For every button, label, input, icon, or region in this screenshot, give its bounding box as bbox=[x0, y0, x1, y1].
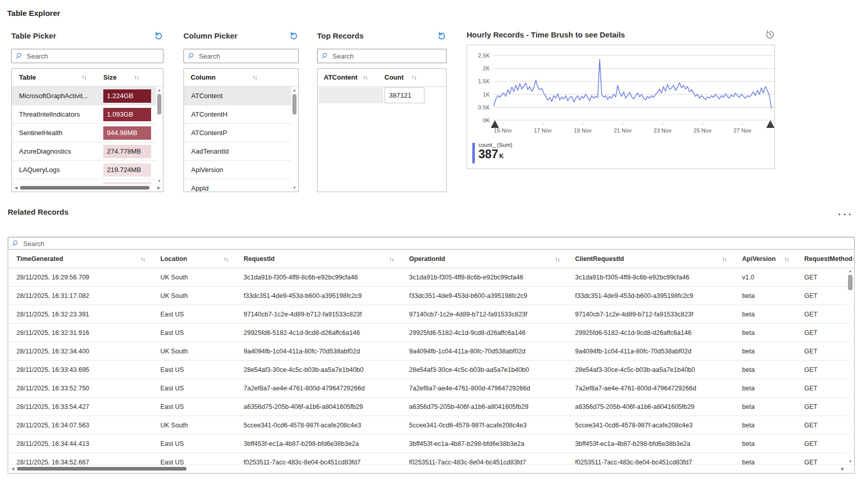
location-cell: East US bbox=[152, 305, 235, 323]
column-header-label: ClientRequestId bbox=[575, 255, 624, 262]
scrollbar-thumb[interactable] bbox=[20, 186, 150, 190]
top-records-search[interactable] bbox=[317, 49, 447, 63]
sort-icon[interactable]: ↑↓ bbox=[722, 256, 727, 262]
sort-icon[interactable]: ↑↓ bbox=[389, 256, 394, 262]
list-item[interactable]: ATContent bbox=[184, 87, 291, 105]
sort-icon[interactable]: ↑↓ bbox=[140, 256, 145, 262]
column-header-requestmethod[interactable]: RequestMethod↑↓ bbox=[796, 250, 854, 268]
column-header-timegenerated[interactable]: TimeGenerated↑↓ bbox=[8, 250, 152, 268]
list-item[interactable]: AppId bbox=[184, 179, 291, 192]
vertical-scrollbar[interactable]: ▲ ▼ bbox=[291, 87, 298, 191]
reset-filter-icon[interactable] bbox=[436, 30, 447, 41]
table-row[interactable]: AzureDiagnostics274.778MB bbox=[12, 142, 156, 161]
scroll-left-icon[interactable]: ◀ bbox=[10, 466, 16, 472]
column-header-clientrequestid[interactable]: ClientRequestId↑↓ bbox=[567, 250, 734, 268]
api-version-cell: beta bbox=[734, 435, 796, 453]
table-row[interactable]: 28/11/2025, 16:34:44.413East US3bff453f-… bbox=[8, 435, 854, 453]
sort-icon[interactable]: ↑↓ bbox=[363, 74, 367, 80]
request-id-cell: 97140cb7-1c2e-4d89-b712-fa91533c823f bbox=[235, 305, 401, 323]
scrollbar-thumb[interactable] bbox=[17, 467, 187, 471]
list-item[interactable]: ApiVersion bbox=[184, 161, 291, 179]
scroll-right-icon[interactable]: ▶ bbox=[840, 466, 846, 472]
search-input[interactable] bbox=[22, 239, 851, 248]
list-item[interactable]: ATContentP bbox=[184, 124, 291, 142]
reset-filter-icon[interactable] bbox=[288, 30, 299, 41]
vertical-scrollbar[interactable]: ▲ ▼ bbox=[156, 87, 162, 184]
reset-filter-icon[interactable] bbox=[153, 30, 163, 41]
location-cell: UK South bbox=[152, 416, 235, 434]
sort-icon[interactable]: ↑↓ bbox=[412, 74, 416, 80]
table-picker-search[interactable] bbox=[11, 49, 163, 63]
sort-icon[interactable]: ↑↓ bbox=[252, 74, 257, 80]
scroll-up-icon[interactable]: ▲ bbox=[847, 268, 854, 274]
table-row[interactable]: LAQueryLogs219.724MB bbox=[12, 161, 156, 179]
time-brush-handle[interactable] bbox=[766, 120, 774, 128]
request-id-cell: 7a2ef8a7-ae4e-4761-800d-47964729266d bbox=[235, 379, 401, 397]
scroll-down-icon[interactable]: ▼ bbox=[291, 185, 298, 191]
column-header-operationid[interactable]: OperationId↑↓ bbox=[401, 250, 567, 268]
column-name-cell: AadTenantId bbox=[184, 147, 229, 155]
scroll-up-icon[interactable]: ▲ bbox=[156, 88, 162, 93]
svg-text:2K: 2K bbox=[483, 65, 490, 71]
column-header-requestid[interactable]: RequestId↑↓ bbox=[235, 250, 401, 268]
hourly-records-chart[interactable]: 0K0.5K1K1.5K2K2.5K15 Nov17 Nov19 Nov21 N… bbox=[467, 45, 775, 169]
scroll-left-icon[interactable]: ◀ bbox=[13, 185, 19, 191]
table-row[interactable]: 28/11/2025, 16:32:31.916East US29925fd6-… bbox=[8, 324, 854, 342]
client-request-id-cell: 9a4094fb-1c04-411a-80fc-70d538abf02d bbox=[567, 342, 734, 360]
horizontal-scrollbar[interactable]: ◀ ▶ bbox=[12, 184, 163, 192]
operation-id-cell: 28e54af3-30ce-4c5c-b03b-aa5a7e1b40b0 bbox=[401, 361, 567, 379]
scrollbar-thumb[interactable] bbox=[292, 94, 297, 115]
scroll-down-icon[interactable]: ▼ bbox=[847, 459, 854, 464]
history-icon[interactable] bbox=[765, 29, 775, 40]
vertical-scrollbar[interactable]: ▲ ▼ bbox=[847, 268, 854, 464]
count-cell[interactable]: 387121 bbox=[384, 87, 424, 103]
related-records-search[interactable] bbox=[8, 237, 855, 250]
column-header-apiversion[interactable]: ApiVersion↑↓ bbox=[734, 250, 796, 268]
time-brush-chart[interactable]: 0K0.5K1K1.5K2K2.5K15 Nov17 Nov19 Nov21 N… bbox=[467, 45, 774, 168]
table-row[interactable]: SentinelHealth944.98MB bbox=[12, 124, 156, 142]
more-options-button[interactable] bbox=[837, 212, 853, 217]
table-row[interactable]: 28/11/2025, 16:33:54.427East USa6356d75-… bbox=[8, 398, 854, 416]
time-cell: 28/11/2025, 16:33:52.750 bbox=[8, 379, 152, 397]
sort-icon[interactable]: ↑↓ bbox=[82, 74, 86, 80]
list-item[interactable]: AadTenantId bbox=[184, 142, 291, 161]
table-row[interactable]: 28/11/2025, 16:34:07.563UK South5ccee341… bbox=[8, 416, 854, 435]
table-row[interactable]: 28/11/2025, 16:29:56.709UK South3c1da91b… bbox=[8, 268, 854, 287]
table-row[interactable]: ThreatIntelIndicators1.093GB bbox=[12, 105, 156, 124]
table-row[interactable]: MicrosoftGraphActivit...1.224GB bbox=[12, 87, 156, 105]
client-request-id-cell: 97140cb7-1c2e-4d89-b712-fa91533c823f bbox=[567, 305, 734, 323]
scrollbar-thumb[interactable] bbox=[157, 94, 161, 115]
table-row[interactable]: 28/11/2025, 16:32:23.391East US97140cb7-… bbox=[8, 305, 854, 324]
list-item[interactable]: ATContentH bbox=[184, 105, 291, 124]
svg-text:1.5K: 1.5K bbox=[478, 78, 490, 84]
search-input[interactable] bbox=[198, 52, 295, 61]
size-badge: 1.093GB bbox=[103, 108, 151, 121]
atcontent-cell[interactable] bbox=[319, 87, 383, 103]
sort-icon[interactable]: ↑↓ bbox=[853, 256, 854, 262]
sort-icon[interactable]: ↑↓ bbox=[784, 256, 789, 262]
top-records-panel: Top Records ATContent ↑↓ Count ↑↓ 387121 bbox=[317, 27, 447, 192]
table-row[interactable]: 28/11/2025, 16:32:34.400UK South9a4094fb… bbox=[8, 342, 854, 361]
table-row[interactable]: 28/11/2025, 16:33:43.695East US28e54af3-… bbox=[8, 361, 854, 379]
search-input[interactable] bbox=[331, 52, 443, 61]
column-picker-search[interactable] bbox=[183, 49, 299, 63]
table-row[interactable]: 28/11/2025, 16:31:17.082UK Southf33dc351… bbox=[8, 287, 854, 305]
column-picker-rows: ATContentATContentHATContentPAadTenantId… bbox=[184, 87, 291, 192]
table-row[interactable]: 28/11/2025, 16:33:52.750East US7a2ef8a7-… bbox=[8, 379, 854, 398]
column-header-label: ApiVersion bbox=[742, 255, 775, 262]
scroll-right-icon[interactable]: ▶ bbox=[156, 185, 162, 191]
column-header-location[interactable]: Location↑↓ bbox=[152, 250, 235, 268]
top-records-header: ATContent ↑↓ Count ↑↓ bbox=[318, 69, 446, 87]
time-cell: 28/11/2025, 16:34:44.413 bbox=[8, 435, 152, 453]
scroll-down-icon[interactable]: ▼ bbox=[156, 179, 162, 184]
scroll-up-icon[interactable]: ▲ bbox=[291, 88, 298, 93]
sort-icon[interactable]: ↑↓ bbox=[134, 74, 139, 80]
search-input[interactable] bbox=[26, 52, 160, 61]
sort-icon[interactable]: ↑↓ bbox=[224, 256, 228, 262]
time-brush-handle[interactable] bbox=[491, 120, 499, 128]
horizontal-scrollbar[interactable]: ◀ ▶ bbox=[8, 464, 854, 473]
scrollbar-thumb[interactable] bbox=[848, 275, 853, 290]
sort-icon[interactable]: ↑↓ bbox=[555, 256, 560, 262]
column-name-cell: ATContent bbox=[184, 92, 223, 100]
column-header-label: RequestId bbox=[244, 255, 274, 262]
